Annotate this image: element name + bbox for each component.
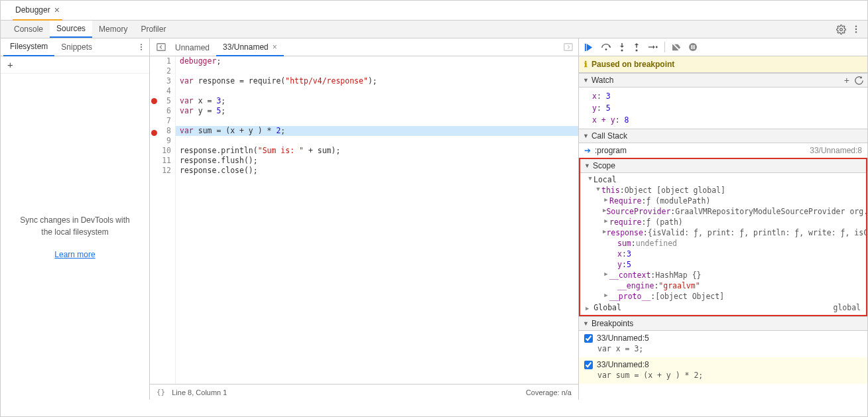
line-number[interactable]: 8: [158, 126, 171, 136]
code-line[interactable]: [176, 66, 578, 76]
learn-more-link[interactable]: Learn more: [54, 250, 95, 259]
scope-local[interactable]: ▼Local: [580, 174, 866, 185]
scope-property[interactable]: __engine: "graalvm": [580, 280, 866, 291]
line-number[interactable]: 7: [158, 116, 171, 126]
tab-snippets[interactable]: Snippets: [54, 38, 99, 56]
breakpoint-item[interactable]: 33/Unnamed:8var sum = (x + y ) * 2;: [579, 357, 867, 384]
svg-rect-16: [694, 45, 695, 49]
code-line[interactable]: response.close();: [176, 166, 578, 176]
line-number[interactable]: 4: [158, 86, 171, 96]
plus-icon[interactable]: +: [7, 59, 13, 70]
tab-profiler[interactable]: Profiler: [134, 21, 172, 38]
pause-exceptions-icon[interactable]: [688, 42, 698, 52]
watch-item[interactable]: x + y: 8: [592, 114, 867, 126]
breakpoints-header[interactable]: ▼ Breakpoints: [579, 316, 867, 331]
gear-icon[interactable]: [836, 25, 846, 34]
resume-icon[interactable]: [584, 42, 594, 52]
scope-property[interactable]: ▶__context: HashMap {}: [580, 270, 866, 280]
callstack-title: Call Stack: [591, 131, 627, 141]
svg-point-11: [621, 49, 623, 51]
breakpoint-code: var sum = (x + y ) * 2;: [579, 371, 867, 384]
step-out-icon[interactable]: [633, 42, 641, 52]
code-line[interactable]: response.println("Sum is: " + sum);: [176, 146, 578, 156]
scope-property[interactable]: ▶Require: ƒ (modulePath): [580, 196, 866, 206]
editor-tab-label: Unnamed: [175, 43, 210, 52]
code-line[interactable]: response.flush();: [176, 156, 578, 166]
tab-memory[interactable]: Memory: [92, 21, 134, 38]
window-tab-debugger[interactable]: Debugger ×: [13, 1, 62, 21]
nav-fwd-icon[interactable]: [564, 42, 573, 52]
code-line[interactable]: [176, 116, 578, 126]
breakpoints-title: Breakpoints: [591, 319, 633, 328]
callstack-frame[interactable]: ➔:program 33/Unnamed:8: [579, 143, 867, 158]
line-number[interactable]: 6: [158, 106, 171, 116]
refresh-icon[interactable]: [855, 75, 863, 86]
line-number[interactable]: 3: [158, 76, 171, 86]
kebab-icon[interactable]: [137, 43, 145, 51]
scope-property[interactable]: y: 5: [580, 259, 866, 270]
code-line[interactable]: var response = require("http/v4/response…: [176, 76, 578, 86]
chevron-down-icon: ▼: [583, 133, 589, 139]
scope-property[interactable]: sum: undefined: [580, 238, 866, 249]
breakpoint-dot[interactable]: [151, 130, 157, 136]
line-number[interactable]: 11: [158, 156, 171, 166]
breakpoint-checkbox[interactable]: [584, 361, 593, 369]
cursor-position: Line 8, Column 1: [172, 388, 227, 396]
watch-item[interactable]: y: 5: [592, 102, 867, 114]
nav-back-icon[interactable]: [154, 42, 168, 52]
scope-header[interactable]: ▼ Scope: [580, 159, 866, 173]
editor-tab[interactable]: Unnamed: [168, 38, 216, 56]
editor-tab[interactable]: 33/Unnamed×: [216, 38, 284, 56]
svg-point-6: [141, 49, 142, 50]
code-line[interactable]: [176, 86, 578, 96]
plus-icon[interactable]: +: [844, 75, 849, 86]
code-line[interactable]: debugger;: [176, 56, 578, 66]
code-line[interactable]: var sum = (x + y ) * 2;: [176, 126, 578, 136]
scope-global-label: Global: [593, 303, 621, 312]
current-frame-icon: ➔: [584, 146, 591, 155]
callstack-header[interactable]: ▼ Call Stack: [579, 129, 867, 143]
svg-rect-9: [585, 43, 586, 50]
watch-item[interactable]: x: 3: [592, 90, 867, 102]
line-number[interactable]: 1: [158, 56, 171, 66]
svg-point-1: [855, 25, 857, 27]
step-icon[interactable]: [647, 43, 658, 51]
chevron-down-icon: ▼: [583, 77, 589, 84]
braces-icon[interactable]: {}: [156, 388, 165, 396]
kebab-icon[interactable]: [851, 25, 861, 34]
close-icon[interactable]: ×: [273, 42, 277, 52]
code-line[interactable]: var x = 3;: [176, 96, 578, 106]
scope-property[interactable]: ▶__proto__: [object Object]: [580, 291, 866, 302]
editor-tab-label: 33/Unnamed: [223, 42, 269, 52]
line-number[interactable]: 2: [158, 66, 171, 76]
tab-console[interactable]: Console: [7, 21, 50, 38]
watch-header[interactable]: ▼ Watch +: [579, 73, 867, 88]
line-number[interactable]: 9: [158, 136, 171, 146]
scope-this-key: this: [601, 186, 620, 195]
scope-property[interactable]: ▶SourceProvider: GraalVMRepositoryModule…: [580, 206, 866, 217]
debugger-toolbar: [579, 38, 867, 56]
scope-property[interactable]: ▶require: ƒ (path): [580, 217, 866, 227]
navigator-sidebar: Filesystem Snippets + Sync changes in De…: [1, 38, 150, 400]
scope-this[interactable]: ▼this: Object [object global]: [580, 185, 866, 196]
code-editor[interactable]: 123456789101112 debugger;var response = …: [150, 56, 578, 384]
tab-filesystem[interactable]: Filesystem: [3, 38, 54, 56]
line-number[interactable]: 10: [158, 146, 171, 156]
scope-global[interactable]: ▶ Global global: [580, 302, 866, 314]
line-number[interactable]: 5: [158, 96, 171, 106]
line-number[interactable]: 12: [158, 166, 171, 176]
close-icon[interactable]: ×: [54, 5, 60, 15]
step-into-icon[interactable]: [618, 42, 626, 52]
breakpoint-dot[interactable]: [151, 98, 157, 104]
code-line[interactable]: [176, 136, 578, 146]
breakpoint-checkbox[interactable]: [584, 334, 593, 343]
breakpoint-label: 33/Unnamed:8: [597, 360, 649, 369]
code-line[interactable]: var y = 5;: [176, 106, 578, 116]
step-over-icon[interactable]: [601, 42, 611, 52]
breakpoint-item[interactable]: 33/Unnamed:5var x = 3;: [579, 331, 867, 357]
deactivate-breakpoints-icon[interactable]: [672, 43, 682, 52]
tab-sources[interactable]: Sources: [50, 21, 92, 38]
svg-point-12: [635, 49, 637, 51]
scope-property[interactable]: x: 3: [580, 249, 866, 259]
scope-property[interactable]: ▶response: {isValid: ƒ, print: ƒ, printl…: [580, 227, 866, 238]
